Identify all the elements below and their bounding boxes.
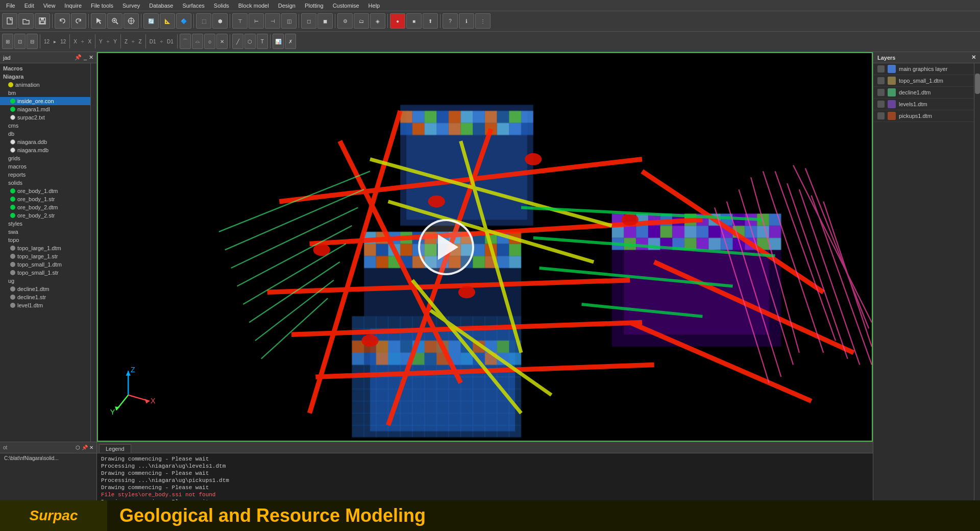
menu-filetools[interactable]: File tools <box>87 2 117 10</box>
toolbar-redo[interactable] <box>71 13 86 29</box>
tree-topo-small1-str[interactable]: topo_small_1.str <box>0 269 90 277</box>
snap-point[interactable]: ⊡ <box>14 34 26 49</box>
sidebar-scrollbar[interactable] <box>90 63 96 442</box>
toolbar-undo[interactable] <box>55 13 70 29</box>
tree-solids[interactable]: solids <box>0 179 90 187</box>
toolbar-export[interactable]: ⬆ <box>423 13 438 29</box>
toolbar-wireframe[interactable]: ◻ <box>301 13 316 29</box>
layers-scrollbar[interactable] <box>974 63 980 521</box>
toolbar-snap[interactable]: 🔷 <box>176 13 191 29</box>
toolbar-view3d[interactable]: ◫ <box>281 13 297 29</box>
sidebar-pin-icon[interactable]: 📌 <box>75 54 82 61</box>
tree-ore1-str[interactable]: ore_body_1.str <box>0 195 90 203</box>
bottom-left-pin2[interactable]: 📌 <box>82 445 88 450</box>
tree-grids[interactable]: grids <box>0 154 90 162</box>
tree-db[interactable]: db <box>0 130 90 138</box>
toolbar-solid[interactable]: ◼ <box>317 13 333 29</box>
menu-database[interactable]: Database <box>145 2 177 10</box>
tree-decline1-dtm[interactable]: decline1.dtm <box>0 285 90 293</box>
tab-legend[interactable]: Legend <box>99 444 131 453</box>
toolbar-new[interactable] <box>2 13 17 29</box>
tree-styles[interactable]: styles <box>0 220 90 228</box>
play-button[interactable] <box>418 219 474 275</box>
toolbar-btn1[interactable]: ⬚ <box>196 13 211 29</box>
draw-text[interactable]: T <box>257 34 268 49</box>
tree-topo-large1-str[interactable]: topo_large_1.str <box>0 252 90 260</box>
menu-design[interactable]: Design <box>274 2 300 10</box>
menu-survey[interactable]: Survey <box>118 2 144 10</box>
menu-blockmodel[interactable]: Block model <box>234 2 273 10</box>
toolbar-save[interactable] <box>35 13 50 29</box>
tree-surpac2-txt[interactable]: surpac2.txt <box>0 113 90 122</box>
graph-toggle[interactable]: 📊 <box>273 34 284 49</box>
layer-eye-3[interactable] <box>877 101 885 108</box>
snap-grid[interactable]: ⊞ <box>2 34 13 49</box>
tree-bm[interactable]: bm <box>0 89 90 97</box>
tree-cms[interactable]: cms <box>0 122 90 130</box>
snap-mid[interactable]: ⌽ <box>204 34 215 49</box>
close-shape[interactable]: ✗ <box>285 34 296 49</box>
toolbar-select[interactable] <box>91 13 106 29</box>
toolbar-viewtop[interactable]: ⊤ <box>232 13 248 29</box>
tree-topo-small1-dtm[interactable]: topo_small_1.dtm <box>0 260 90 269</box>
toolbar-help-btn[interactable]: ? <box>443 13 458 29</box>
menu-inquire[interactable]: Inquire <box>60 2 86 10</box>
menu-help[interactable]: Help <box>364 2 384 10</box>
layer-item-4[interactable]: pickups1.dtm <box>873 110 974 122</box>
layer-item-3[interactable]: levels1.dtm <box>873 99 974 110</box>
menu-customise[interactable]: Customise <box>329 2 363 10</box>
menu-surfaces[interactable]: Surfaces <box>178 2 208 10</box>
tree-level1-dtm[interactable]: level1.dtm <box>0 301 90 309</box>
menu-file[interactable]: File <box>2 2 19 10</box>
layer-item-1[interactable]: topo_small_1.dtm <box>873 75 974 87</box>
tree-macros[interactable]: Macros <box>0 64 90 73</box>
tree-reports[interactable]: reports <box>0 171 90 179</box>
layer-eye-2[interactable] <box>877 89 885 96</box>
tree-niagara1-mdl[interactable]: niagara1.mdl <box>0 105 90 113</box>
tree-ore1-dtm[interactable]: ore_body_1.dtm <box>0 187 90 195</box>
layers-expand-icon[interactable]: ✕ <box>971 54 976 61</box>
toolbar-btn2[interactable]: ⬢ <box>212 13 228 29</box>
toolbar-viewside[interactable]: ⊣ <box>265 13 280 29</box>
menu-solids[interactable]: Solids <box>210 2 233 10</box>
bottom-left-restore[interactable]: ⬡ <box>76 445 80 450</box>
tree-swa[interactable]: swa <box>0 228 90 236</box>
toolbar-stop[interactable]: ■ <box>406 13 422 29</box>
layer-eye-1[interactable] <box>877 77 885 84</box>
toolbar-zoom[interactable] <box>107 13 122 29</box>
toolbar-record[interactable]: ● <box>390 13 405 29</box>
tree-animation[interactable]: animation <box>0 81 90 89</box>
layer-item-0[interactable]: main graphics layer <box>873 63 974 75</box>
tree-niagara-ddb[interactable]: niagara.ddb <box>0 138 90 146</box>
toolbar-extra[interactable]: ⋮ <box>475 13 491 29</box>
tree-ug[interactable]: ug <box>0 277 90 285</box>
tree-ore2-dtm[interactable]: ore_body_2.dtm <box>0 203 90 211</box>
bottom-left-close2[interactable]: ✕ <box>89 445 93 450</box>
tree-niagara-mdb[interactable]: niagara.mdb <box>0 146 90 154</box>
sidebar-close-icon[interactable]: ✕ <box>89 54 93 61</box>
snap-intersect[interactable]: ✕ <box>216 34 228 49</box>
toolbar-pan[interactable] <box>124 13 139 29</box>
menu-view[interactable]: View <box>39 2 60 10</box>
snap-curve[interactable]: ⌒ <box>180 34 191 49</box>
tree-decline1-str[interactable]: decline1.str <box>0 293 90 301</box>
layer-eye-0[interactable] <box>877 65 885 73</box>
tree-inside-ore[interactable]: inside_ore.con <box>0 97 90 105</box>
tree-topo[interactable]: topo <box>0 236 90 244</box>
menu-plotting[interactable]: Plotting <box>301 2 328 10</box>
draw-poly[interactable]: ⬡ <box>244 34 256 49</box>
toolbar-viewfront[interactable]: ⊢ <box>249 13 264 29</box>
toolbar-measure[interactable]: 📐 <box>160 13 175 29</box>
viewport-3d[interactable]: Z X Y <box>97 52 873 442</box>
snap-line[interactable]: ⊟ <box>27 34 38 49</box>
toolbar-open[interactable] <box>18 13 34 29</box>
toolbar-render[interactable]: ◈ <box>370 13 385 29</box>
layer-item-2[interactable]: decline1.dtm <box>873 87 974 99</box>
tree-ore2-str[interactable]: ore_body_2.str <box>0 211 90 220</box>
draw-line[interactable]: ╱ <box>232 34 243 49</box>
layer-eye-4[interactable] <box>877 112 885 119</box>
toolbar-rotate[interactable]: 🔄 <box>143 13 159 29</box>
tree-macros2[interactable]: macros <box>0 162 90 171</box>
toolbar-info[interactable]: ℹ <box>459 13 474 29</box>
tree-niagara[interactable]: Niagara <box>0 73 90 81</box>
